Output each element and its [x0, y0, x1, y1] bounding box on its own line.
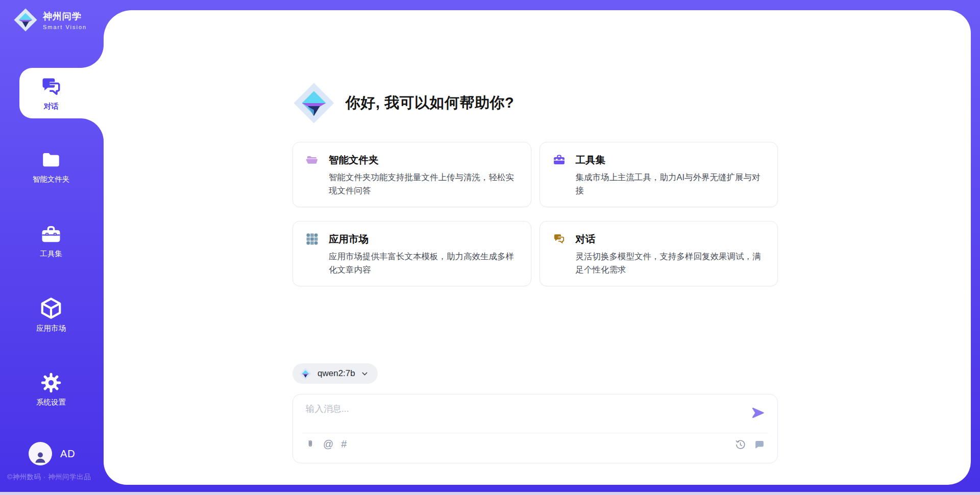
- send-icon[interactable]: [751, 406, 765, 420]
- sidebar-item-label: 对话: [0, 102, 102, 111]
- feature-cards: 智能文件夹 智能文件夹功能支持批量文件上传与清洗，轻松实现文件问答 工具集 集成…: [292, 142, 778, 286]
- brand-diamond-icon: [13, 8, 38, 32]
- window-bottom-edge: [0, 492, 980, 495]
- card-chat[interactable]: 对话 灵活切换多模型文件，支持多样回复效果调试，满足个性化需求: [540, 221, 778, 286]
- card-title: 应用市场: [329, 232, 369, 246]
- person-icon: [32, 449, 49, 465]
- chat-bubble-icon[interactable]: [754, 439, 765, 450]
- composer-tools-left: @ #: [305, 438, 347, 450]
- avatar: [29, 442, 52, 465]
- greeting-title: 你好, 我可以如何帮助你?: [346, 93, 514, 113]
- mention-icon[interactable]: @: [323, 439, 333, 449]
- greeting-header: 你好, 我可以如何帮助你?: [292, 82, 514, 125]
- card-description: 智能文件夹功能支持批量文件上传与清洗，轻松实现文件问答: [329, 171, 519, 197]
- copyright-footer: ©神州数码 · 神州问学出品: [7, 473, 91, 482]
- card-toolset[interactable]: 工具集 集成市场上主流工具，助力AI与外界无缝扩展与对接: [540, 142, 778, 207]
- card-description: 灵活切换多模型文件，支持多样回复效果调试，满足个性化需求: [576, 250, 766, 276]
- user-profile[interactable]: AD: [29, 442, 76, 465]
- app-window: 神州问学 Smart Vision 对话 智能文件夹 工具集: [0, 0, 980, 495]
- card-title: 智能文件夹: [329, 153, 379, 167]
- card-app-market[interactable]: 应用市场 应用市场提供丰富长文本模板，助力高效生成多样化文章内容: [292, 221, 531, 286]
- hashtag-icon[interactable]: #: [341, 439, 347, 449]
- brand-subtitle: Smart Vision: [43, 24, 87, 30]
- card-description: 集成市场上主流工具，助力AI与外界无缝扩展与对接: [576, 171, 766, 197]
- user-name: AD: [60, 448, 76, 460]
- folder-icon: [40, 150, 62, 171]
- history-icon[interactable]: [735, 439, 746, 450]
- sidebar-item-label: 应用市场: [0, 324, 102, 333]
- model-name: qwen2:7b: [317, 368, 355, 379]
- card-title: 对话: [576, 232, 596, 246]
- brand-logo: 神州问学 Smart Vision: [13, 8, 87, 32]
- card-title: 工具集: [576, 153, 606, 167]
- card-smart-folder[interactable]: 智能文件夹 智能文件夹功能支持批量文件上传与清洗，轻松实现文件问答: [292, 142, 531, 207]
- chat-icon: [552, 233, 566, 245]
- grid-icon: [305, 233, 319, 245]
- gear-icon: [40, 372, 62, 394]
- folder-icon: [305, 154, 319, 166]
- model-logo-icon: [299, 367, 312, 380]
- toolbox-icon: [552, 154, 566, 166]
- sidebar-item-smart-folder[interactable]: 智能文件夹: [0, 150, 102, 184]
- chevron-down-icon: [361, 370, 369, 378]
- sidebar-item-label: 工具集: [0, 249, 102, 259]
- sidebar-item-toolset[interactable]: 工具集: [0, 224, 102, 259]
- assistant-logo-icon: [292, 82, 335, 125]
- message-composer: @ #: [292, 394, 778, 463]
- sidebar-item-label: 系统设置: [0, 398, 102, 407]
- composer-tools-right: [735, 439, 765, 450]
- brand-name: 神州问学: [43, 10, 87, 22]
- toolbox-icon: [40, 224, 62, 245]
- composer-divider: [302, 433, 768, 433]
- sidebar-item-chat[interactable]: 对话: [0, 76, 102, 111]
- attachment-icon[interactable]: [305, 438, 315, 450]
- cube-icon: [39, 296, 63, 320]
- sidebar-item-app-market[interactable]: 应用市场: [0, 296, 102, 333]
- sidebar-item-label: 智能文件夹: [0, 175, 102, 184]
- model-selector[interactable]: qwen2:7b: [292, 363, 378, 384]
- card-description: 应用市场提供丰富长文本模板，助力高效生成多样化文章内容: [329, 250, 519, 276]
- sidebar-item-settings[interactable]: 系统设置: [0, 372, 102, 407]
- message-input[interactable]: [306, 403, 740, 429]
- chat-icon: [40, 76, 62, 98]
